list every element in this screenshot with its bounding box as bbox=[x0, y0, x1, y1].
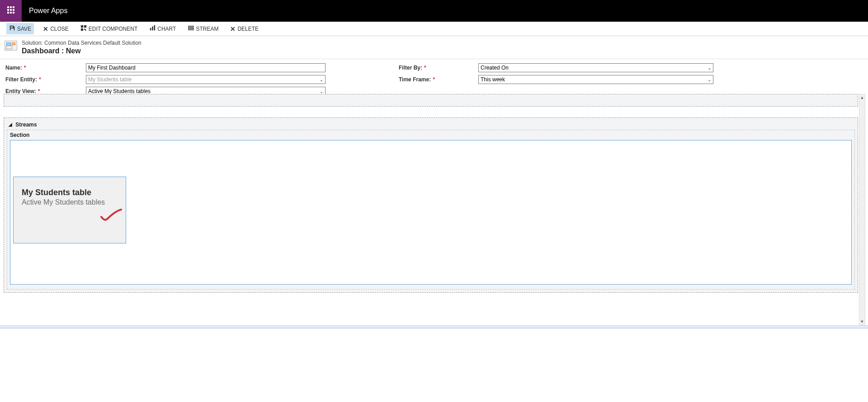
solution-line: Solution: Common Data Services Default S… bbox=[22, 40, 142, 46]
streams-header[interactable]: ◢ Streams bbox=[7, 122, 855, 130]
checkmark-annotation-icon bbox=[99, 209, 122, 224]
streams-panel: ◢ Streams Section My Students table Acti… bbox=[4, 117, 858, 293]
page-header: Solution: Common Data Services Default S… bbox=[0, 36, 868, 59]
topbar: Power Apps bbox=[0, 0, 868, 22]
svg-rect-7 bbox=[10, 12, 12, 14]
chart-button[interactable]: CHART bbox=[146, 23, 179, 34]
time-frame-dropdown[interactable]: This week ⌄ bbox=[478, 75, 713, 84]
stream-card[interactable]: My Students table Active My Students tab… bbox=[13, 177, 126, 243]
close-button[interactable]: ✕ CLOSE bbox=[40, 24, 71, 34]
svg-rect-16 bbox=[191, 26, 192, 31]
svg-rect-1 bbox=[10, 6, 12, 8]
svg-rect-2 bbox=[13, 6, 14, 8]
app-launcher-button[interactable] bbox=[0, 0, 22, 22]
section-drop-area[interactable]: My Students table Active My Students tab… bbox=[10, 140, 852, 285]
save-icon bbox=[9, 25, 15, 33]
svg-rect-10 bbox=[84, 25, 86, 28]
edit-component-icon bbox=[80, 25, 87, 33]
filter-by-value: Created On bbox=[481, 65, 509, 71]
chevron-down-icon: ⌄ bbox=[708, 65, 711, 70]
scroll-up-icon: ▲ bbox=[859, 94, 865, 101]
svg-rect-15 bbox=[189, 26, 190, 31]
entity-view-value: Active My Students tables bbox=[88, 88, 151, 94]
save-button[interactable]: SAVE bbox=[6, 23, 34, 34]
stream-label: STREAM bbox=[196, 26, 218, 32]
svg-rect-4 bbox=[10, 9, 12, 11]
stream-button[interactable]: STREAM bbox=[185, 23, 221, 34]
stream-icon bbox=[188, 25, 194, 33]
name-input[interactable] bbox=[86, 63, 326, 72]
stream-card-title: My Students table bbox=[22, 188, 118, 197]
svg-rect-9 bbox=[81, 25, 83, 28]
close-label: CLOSE bbox=[50, 26, 69, 32]
close-icon: ✕ bbox=[43, 26, 48, 32]
scroll-down-icon: ▼ bbox=[859, 318, 865, 325]
label-entity-view: Entity View:* bbox=[5, 88, 86, 94]
edit-component-button[interactable]: EDIT COMPONENT bbox=[78, 23, 140, 34]
label-filter-entity: Filter Entity:* bbox=[5, 76, 86, 83]
svg-rect-5 bbox=[13, 9, 14, 11]
vertical-scrollbar[interactable]: ▲ ▼ bbox=[859, 94, 865, 325]
svg-rect-3 bbox=[7, 9, 9, 11]
svg-rect-13 bbox=[152, 27, 153, 31]
svg-rect-17 bbox=[193, 26, 194, 31]
filter-entity-dropdown[interactable]: My Students table ⌄ bbox=[86, 75, 326, 84]
waffle-icon bbox=[7, 6, 14, 15]
design-canvas: ◢ Streams Section My Students table Acti… bbox=[4, 94, 858, 325]
toolbar: SAVE ✕ CLOSE EDIT COMPONENT CHART STREAM… bbox=[0, 22, 868, 36]
delete-label: DELETE bbox=[237, 26, 259, 32]
chevron-down-icon: ⌄ bbox=[708, 77, 711, 82]
svg-rect-12 bbox=[150, 28, 151, 30]
filter-by-dropdown[interactable]: Created On ⌄ bbox=[478, 63, 713, 72]
delete-icon: ✕ bbox=[230, 26, 236, 32]
dashboard-thumb-icon bbox=[5, 41, 17, 51]
collapse-triangle-icon: ◢ bbox=[9, 122, 12, 127]
chart-icon bbox=[149, 25, 156, 33]
svg-rect-6 bbox=[7, 12, 9, 14]
section-label: Section bbox=[10, 132, 852, 140]
component-placeholder-top[interactable] bbox=[4, 94, 858, 107]
svg-rect-14 bbox=[154, 25, 156, 30]
chevron-down-icon: ⌄ bbox=[320, 77, 323, 82]
label-name: Name:* bbox=[5, 65, 86, 71]
time-frame-value: This week bbox=[481, 76, 505, 83]
brand-title: Power Apps bbox=[29, 7, 67, 15]
stream-card-subtitle: Active My Students tables bbox=[22, 198, 118, 206]
chart-label: CHART bbox=[157, 26, 176, 32]
delete-button[interactable]: ✕ DELETE bbox=[227, 24, 261, 34]
filter-entity-value: My Students table bbox=[88, 76, 132, 83]
chevron-down-icon: ⌄ bbox=[320, 89, 323, 94]
label-filter-by: Filter By:* bbox=[399, 65, 478, 71]
svg-rect-0 bbox=[7, 6, 9, 8]
edit-component-label: EDIT COMPONENT bbox=[89, 26, 137, 32]
page-title: Dashboard : New bbox=[22, 47, 142, 55]
label-time-frame: Time Frame:* bbox=[399, 76, 478, 83]
svg-rect-8 bbox=[13, 12, 14, 14]
status-bar bbox=[0, 325, 868, 329]
section-panel: Section My Students table Active My Stud… bbox=[7, 130, 855, 290]
save-label: SAVE bbox=[17, 26, 31, 32]
svg-rect-11 bbox=[81, 28, 83, 31]
